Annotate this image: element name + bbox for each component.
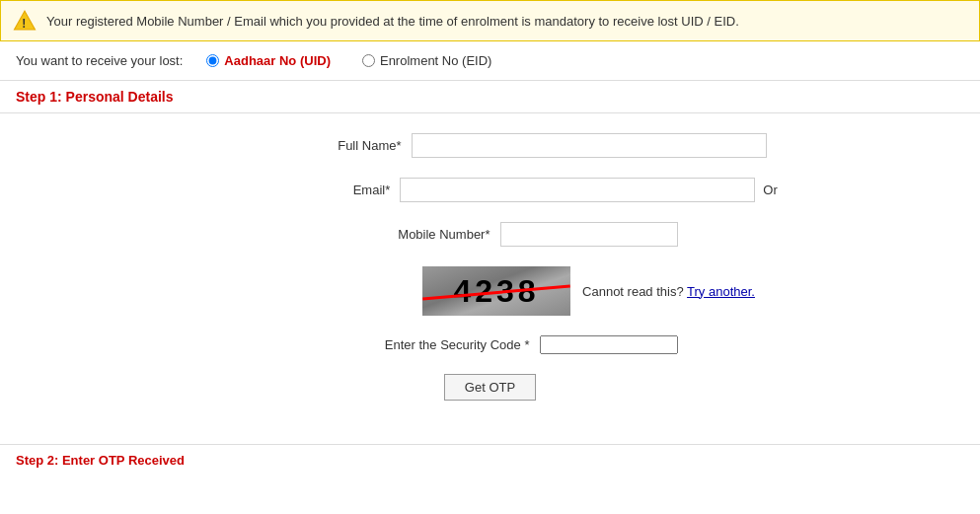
svg-text:!: ! — [22, 17, 26, 31]
form-area: Full Name* Email* Or Mobile Number* 4238… — [0, 113, 980, 444]
captcha-image: 4238 — [422, 266, 570, 316]
radio-uid-text: Aadhaar No (UID) — [224, 53, 331, 68]
radio-eid-label[interactable]: Enrolment No (EID) — [362, 53, 491, 68]
get-otp-row: Get OTP — [0, 374, 980, 401]
radio-uid-label[interactable]: Aadhaar No (UID) — [206, 53, 331, 68]
get-otp-button[interactable]: Get OTP — [444, 374, 536, 401]
email-input[interactable] — [400, 178, 755, 202]
captcha-row: 4238 Cannot read this? Try another. — [0, 266, 980, 316]
radio-eid-text: Enrolment No (EID) — [380, 53, 491, 68]
warning-icon: ! — [13, 9, 37, 33]
step1-header: Step 1: Personal Details — [0, 81, 980, 113]
cannot-read-text: Cannot read this? — [582, 284, 684, 299]
or-text: Or — [763, 183, 777, 197]
radio-eid[interactable] — [362, 54, 375, 67]
mobile-row: Mobile Number* — [0, 222, 980, 247]
step2-label: Step 2: Enter OTP Received — [16, 453, 185, 468]
step2-footer: Step 2: Enter OTP Received — [0, 444, 980, 476]
security-code-label: Enter the Security Code * — [303, 337, 540, 352]
mobile-label: Mobile Number* — [303, 227, 500, 242]
radio-section-label: You want to receive your lost: — [16, 53, 183, 68]
full-name-row: Full Name* — [0, 133, 980, 158]
try-another-link[interactable]: Try another. — [687, 284, 755, 299]
warning-text: Your registered Mobile Number / Email wh… — [46, 14, 739, 29]
full-name-label: Full Name* — [214, 138, 412, 153]
radio-section: You want to receive your lost: Aadhaar N… — [0, 41, 980, 81]
full-name-input[interactable] — [412, 133, 767, 158]
email-label: Email* — [202, 183, 400, 197]
warning-banner: ! Your registered Mobile Number / Email … — [0, 0, 980, 41]
mobile-input[interactable] — [500, 222, 678, 247]
captcha-helper: Cannot read this? Try another. — [582, 284, 755, 299]
radio-uid[interactable] — [206, 54, 219, 67]
step1-label: Step 1: Personal Details — [16, 89, 174, 105]
email-row: Email* Or — [0, 178, 980, 202]
security-code-row: Enter the Security Code * — [0, 335, 980, 354]
security-code-input[interactable] — [540, 335, 678, 354]
